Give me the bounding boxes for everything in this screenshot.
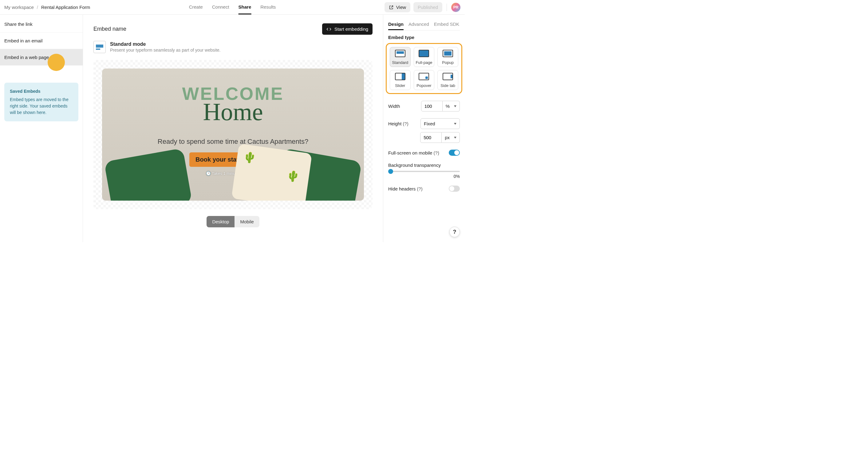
height-mode-select[interactable]: Fixed [421,118,460,129]
hide-headers-label: Hide headers (?) [388,186,423,191]
hide-headers-toggle[interactable] [449,186,460,192]
width-row: Width % [388,101,460,111]
pillow [231,143,312,201]
right-tab-design[interactable]: Design [388,19,404,30]
right-tabs: Design Advanced Embed SDK [388,19,460,30]
bg-transparency-slider[interactable] [388,171,460,172]
popover-icon [418,73,429,80]
home-script-text: Home [203,104,263,119]
bg-transparency-label: Background transparency [388,163,441,168]
width-label: Width [388,103,400,109]
width-input[interactable] [421,101,443,111]
sidebar-item-label: Embed in a web page [4,55,49,60]
breadcrumb: My workspace / Rental Application Form [4,5,90,10]
height-row: Height (?) Fixed [388,118,460,129]
device-desktop[interactable]: Desktop [207,216,235,227]
embed-type-standard[interactable]: Standard [390,47,411,67]
fullscreen-row: Full-screen on mobile (?) [388,150,460,156]
sidebar-item-share-link[interactable]: Share the link [0,16,83,33]
top-bar: My workspace / Rental Application Form C… [0,0,465,15]
cushion-left [104,148,192,201]
hide-headers-row: Hide headers (?) [388,186,460,192]
code-icon [327,27,331,32]
saved-embeds-body: Embed types are moved to the right side.… [10,96,73,116]
saved-embeds-card: Saved Embeds Embed types are moved to th… [4,83,79,121]
slider-thumb[interactable] [388,169,393,174]
fullscreen-label: Full-screen on mobile (?) [388,150,439,156]
embed-type-fullpage[interactable]: Full-page [414,47,435,67]
standard-mode-icon [93,41,106,53]
height-input[interactable] [420,132,442,143]
bg-transparency-row: Background transparency 0% [388,163,460,179]
fullpage-icon [418,50,429,57]
sidebar-item-embed-web[interactable]: Embed in a web page [0,49,83,65]
width-unit-select[interactable]: % [443,101,460,111]
mode-row: Standard mode Present your typeform seam… [93,41,373,53]
sidetab-icon [443,73,453,80]
hide-headers-help-icon[interactable]: (?) [417,186,422,191]
saved-embeds-title: Saved Embeds [10,88,73,95]
breadcrumb-separator: / [37,5,38,10]
avatar[interactable]: PR [451,3,460,12]
bg-transparency-value: 0% [388,174,460,179]
ready-text: Ready to spend some time at Cactus Apart… [158,138,308,146]
embed-type-grid: Standard Full-page Popup Slider Popover … [386,43,462,94]
standard-icon [395,50,405,57]
embed-type-sidetab[interactable]: Side tab [437,70,458,90]
device-mobile[interactable]: Mobile [235,216,259,227]
embed-type-label: Embed type [388,35,462,40]
right-tab-advanced[interactable]: Advanced [408,19,429,30]
preview-frame: WELCOME Home Ready to spend some time at… [93,60,373,209]
center-panel: Embed name Start embedding Standard mode… [83,15,383,242]
height-help-icon[interactable]: (?) [403,121,408,126]
tab-results[interactable]: Results [260,0,276,14]
preview-canvas: WELCOME Home Ready to spend some time at… [102,68,364,201]
top-tabs: Create Connect Share Results [189,0,276,14]
published-button-label: Published [418,5,438,10]
slider-icon [395,73,405,80]
mode-title: Standard mode [110,41,220,47]
start-embedding-button[interactable]: Start embedding [322,23,373,35]
device-toggle: Desktop Mobile [207,216,259,227]
embed-type-popup[interactable]: Popup [437,47,458,67]
fullscreen-help-icon[interactable]: (?) [434,150,439,156]
breadcrumb-workspace[interactable]: My workspace [4,5,34,10]
fullscreen-toggle[interactable] [449,150,460,156]
view-button[interactable]: View [384,2,410,12]
embed-type-popover[interactable]: Popover [414,70,435,90]
height-unit-select[interactable]: px [442,132,460,143]
published-button: Published [413,2,442,12]
popup-icon [443,50,453,57]
embed-type-slider[interactable]: Slider [390,70,411,90]
external-link-icon [389,5,394,10]
help-fab[interactable]: ? [450,227,460,237]
mode-subtitle: Present your typeform seamlessly as part… [110,47,220,53]
height-value-row: px [388,132,460,143]
sidebar: Share the link Embed in an email Embed i… [0,15,83,242]
view-button-label: View [396,5,406,10]
highlight-dot [48,54,65,71]
tab-connect[interactable]: Connect [212,0,229,14]
right-panel: Design Advanced Embed SDK Embed type Sta… [383,15,465,242]
sidebar-item-embed-email[interactable]: Embed in an email [0,33,83,49]
right-tab-sdk[interactable]: Embed SDK [434,19,460,30]
height-label: Height (?) [388,121,408,126]
tab-create[interactable]: Create [189,0,203,14]
breadcrumb-form-name[interactable]: Rental Application Form [41,5,90,10]
tab-share[interactable]: Share [239,0,251,14]
start-embedding-label: Start embedding [334,26,368,32]
embed-name-heading: Embed name [93,26,126,32]
vertical-separator [446,4,447,11]
top-right-actions: View Published PR [384,2,460,12]
